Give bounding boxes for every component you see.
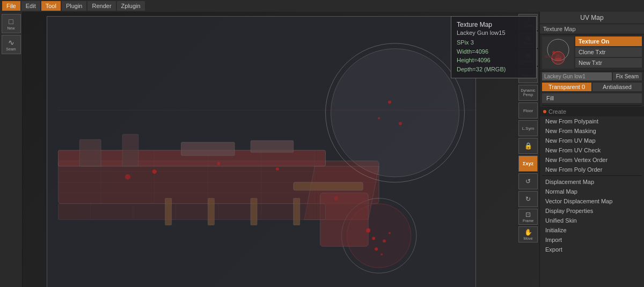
dynamic-label: DynamicPersp	[521, 89, 535, 98]
popup-height: Height=4096	[457, 56, 531, 65]
texture-map-header: Texture Map	[540, 24, 644, 34]
top-bar-render[interactable]: Render	[87, 1, 115, 11]
top-bar-tool[interactable]: Tool	[41, 1, 61, 11]
seam-button[interactable]: ∿ Seam	[2, 35, 21, 54]
fill-button[interactable]: Fill	[542, 93, 642, 103]
top-bar-plugin[interactable]: Plugin	[62, 1, 87, 11]
frame-button[interactable]: ⊡ Frame	[518, 209, 538, 225]
new-from-uv-check-button[interactable]: New From UV Check	[540, 145, 644, 155]
svg-point-10	[217, 162, 220, 165]
svg-point-53	[552, 51, 555, 54]
move-icon: ✋	[524, 229, 532, 236]
svg-point-31	[375, 247, 378, 251]
transparency-row: Transparent 0 Antialiased	[540, 82, 644, 92]
top-bar-zplugin[interactable]: Zplugin	[117, 1, 145, 11]
uv-overlay	[47, 16, 476, 287]
create-dot	[543, 110, 546, 113]
new-from-poly-order-button[interactable]: New From Poly Order	[540, 165, 644, 174]
xyz-button[interactable]: Σxyz	[518, 156, 538, 172]
svg-point-33	[372, 237, 375, 240]
transparent-button[interactable]: Transparent 0	[542, 83, 591, 91]
texture-popup: Texture Map Lackey Gun low15 SPix 3 Widt…	[451, 16, 537, 78]
texture-name-label: Lackey Gun low1	[542, 72, 612, 80]
new-txtr-button[interactable]: New Txtr	[575, 58, 642, 68]
texture-name-row: Lackey Gun low1 Fix Seam	[540, 71, 644, 82]
antialiased-button[interactable]: Antialiased	[592, 83, 642, 91]
floor-button[interactable]: Floor	[518, 102, 538, 119]
normal-map-button[interactable]: Normal Map	[540, 187, 644, 196]
svg-rect-54	[545, 55, 561, 58]
clone-txtr-button[interactable]: Clone Txtr	[575, 47, 642, 57]
popup-width: Width=4096	[457, 47, 531, 56]
displacement-map-button[interactable]: Displacement Map	[540, 177, 644, 187]
tool-sidebar: □ New ∿ Seam	[0, 12, 23, 287]
popup-depth: Depth=32 (MRGB)	[457, 65, 531, 74]
rotate-right-button[interactable]: ↻	[518, 191, 538, 207]
move-label: Move	[523, 237, 532, 240]
svg-rect-39	[58, 204, 325, 220]
svg-point-32	[389, 232, 391, 234]
lsym-label: L.Sym	[522, 126, 535, 131]
svg-rect-37	[181, 142, 235, 156]
svg-point-4	[331, 49, 459, 177]
seam-icon: ∿	[8, 39, 14, 46]
new-button[interactable]: □ New	[2, 14, 21, 33]
right-panel: UV Map Texture Map Texture On Clone Txtr	[539, 12, 644, 287]
popup-spix: SPix 3	[457, 38, 531, 47]
texture-thumbnail	[542, 36, 574, 69]
texture-on-button[interactable]: Texture On	[575, 36, 642, 46]
gun-wireframe-svg	[47, 17, 475, 287]
rotate-left-icon: ↺	[525, 178, 531, 185]
svg-rect-25	[320, 193, 369, 247]
vector-displacement-map-button[interactable]: Vector Displacement Map	[540, 196, 644, 206]
svg-rect-45	[165, 198, 172, 225]
seam-label: Seam	[6, 47, 16, 51]
svg-point-29	[366, 228, 370, 232]
svg-rect-46	[208, 198, 214, 225]
texture-section: Texture On Clone Txtr New Txtr	[540, 34, 644, 71]
thumbnail-svg	[542, 36, 574, 69]
top-bar: File Edit Tool Plugin Render Zplugin	[0, 0, 644, 12]
export-button[interactable]: Export	[540, 245, 644, 254]
fix-seam-button[interactable]: Fix Seam	[613, 72, 642, 80]
svg-rect-38	[251, 141, 294, 152]
dynamic-button[interactable]: DynamicPersp	[518, 85, 538, 101]
top-bar-file[interactable]: File	[2, 1, 20, 11]
popup-title: Texture Map	[457, 21, 531, 28]
svg-point-30	[383, 239, 386, 242]
frame-label: Frame	[523, 219, 533, 223]
move-button[interactable]: ✋ Move	[518, 226, 538, 242]
frame-icon: ⊡	[525, 211, 531, 218]
svg-rect-23	[294, 182, 363, 190]
svg-point-26	[388, 100, 391, 104]
rotate-left-button[interactable]: ↺	[518, 173, 538, 189]
svg-point-12	[276, 167, 279, 171]
top-bar-edit[interactable]: Edit	[21, 1, 40, 11]
lock-button[interactable]: 🔒	[518, 138, 538, 154]
svg-point-11	[125, 174, 130, 180]
rotate-right-icon: ↻	[525, 195, 531, 203]
panel-header: UV Map	[540, 12, 644, 24]
svg-point-27	[399, 122, 402, 125]
viewport[interactable]: Texture Map Lackey Gun low15 SPix 3 Widt…	[23, 12, 539, 287]
display-properties-button[interactable]: Display Properties	[540, 206, 644, 216]
divider-1	[542, 105, 642, 106]
new-icon: □	[9, 18, 13, 25]
new-from-uv-map-button[interactable]: New From UV Map	[540, 136, 644, 145]
svg-rect-48	[294, 198, 300, 225]
svg-point-34	[380, 253, 383, 255]
floor-label: Floor	[523, 108, 533, 113]
xyz-label: Σxyz	[523, 161, 533, 166]
import-button[interactable]: Import	[540, 235, 644, 245]
svg-point-28	[378, 117, 380, 119]
initialize-button[interactable]: Initialize	[540, 225, 644, 235]
new-label: New	[7, 26, 14, 30]
unified-skin-button[interactable]: Unified Skin	[540, 216, 644, 225]
create-section-header: Create	[540, 107, 644, 116]
lsym-button[interactable]: L.Sym	[518, 120, 538, 136]
texture-buttons: Texture On Clone Txtr New Txtr	[575, 36, 642, 69]
new-from-masking-button[interactable]: New From Masking	[540, 126, 644, 136]
lock-icon: 🔒	[524, 142, 532, 150]
new-from-polypaint-button[interactable]: New From Polypaint	[540, 116, 644, 126]
new-from-vertex-order-button[interactable]: New From Vertex Order	[540, 155, 644, 165]
